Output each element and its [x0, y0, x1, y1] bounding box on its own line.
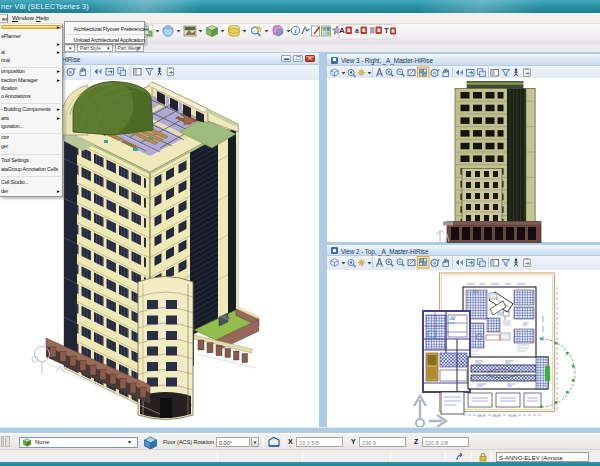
svg-text:T: T: [384, 26, 389, 35]
svg-text:A: A: [339, 26, 345, 35]
svg-text:a: a: [355, 27, 359, 34]
svg-text:i: i: [294, 27, 296, 35]
